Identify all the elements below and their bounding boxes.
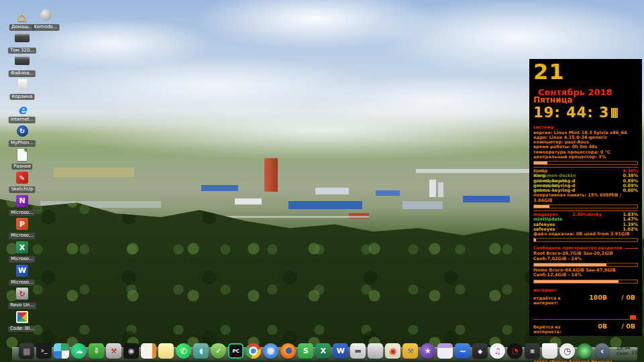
dock-item-whatsapp[interactable]: ✆	[176, 343, 192, 359]
dock-item-pycharm[interactable]: PC	[228, 343, 244, 359]
desktop-icon-myphone[interactable]: ↻MyPhon...	[6, 125, 38, 148]
desktop-icon-drive[interactable]: Том 320...	[6, 33, 38, 56]
dock-item-megasync[interactable]: ☁	[71, 343, 87, 359]
upload-row: отдаётся в интернет: 180B / 0B	[533, 294, 638, 306]
dock-item-blue-wave[interactable]: ~	[455, 343, 471, 359]
teal-media-icon: ◖	[193, 343, 209, 359]
sketchup-icon: ✎	[16, 172, 28, 184]
dock-item-hide-dock[interactable]: ‹	[594, 343, 610, 359]
drive-icon	[15, 56, 30, 65]
process-value: 1.02%	[623, 227, 638, 232]
dock-item-radar[interactable]	[577, 343, 593, 359]
desktop-icon-excel[interactable]: XMicroso...	[6, 241, 38, 264]
process-name: safeeyes	[533, 227, 555, 232]
desktop-icon-ie[interactable]: eInternet...	[6, 102, 38, 125]
root-partition-line: Root Всего-28,7GiB Зан-20,2GiB Своб-7,02…	[533, 251, 638, 261]
shield-key-icon: ✓	[211, 343, 226, 359]
dock-item-gauge[interactable]: ◔	[507, 343, 523, 359]
firefox-icon	[280, 343, 296, 359]
dock-item-clock[interactable]: ◷	[559, 343, 576, 359]
dock-item-desktop-grid[interactable]: ▦	[19, 343, 35, 359]
desktop-icon-label: Разное	[11, 164, 32, 170]
dock-item-screenshot-panel[interactable]	[437, 343, 453, 359]
chromium-icon	[263, 343, 278, 359]
cpu-bar-fill	[534, 162, 547, 164]
dock-item-planner[interactable]	[141, 343, 157, 359]
desktop-icon-label: Microso...	[9, 210, 35, 217]
chrome-icon	[246, 343, 261, 359]
word-icon: W	[333, 343, 348, 359]
dock-item-quad-launcher[interactable]	[54, 343, 70, 359]
dock-item-chromium[interactable]	[263, 343, 279, 359]
dock: ▦>_☁⇩⚒◉✆◖✓PCSXW▬◉⚒★~◆♫◔▣◷‹19:44Сент. 21	[19, 343, 637, 359]
desktop-icon-powerpoint[interactable]: PMicroso...	[6, 218, 38, 241]
dock-item-green-s[interactable]: S	[298, 343, 314, 359]
desktop-icon-file[interactable]: Разное	[6, 149, 38, 172]
dock-item-teal-media[interactable]: ◖	[193, 343, 209, 359]
blue-wave-icon: ~	[455, 343, 470, 359]
upload-graph-spike	[630, 315, 636, 319]
system-info-lines: версия: Linux Mint 18.3 Sylvia x86_64ядр…	[533, 131, 638, 160]
desktop-icon-codeblocks[interactable]: Code::Bl...	[6, 311, 38, 334]
desktop: ⌂Домаш...Komodo...Том 320...Файлов...Кор…	[0, 0, 644, 362]
dock-item-drive-tray[interactable]	[368, 343, 384, 359]
desktop-icon-revo[interactable]: ↻Revo Un...	[6, 288, 38, 310]
dock-item-xnview[interactable]: ◉	[385, 343, 401, 359]
root-bar	[533, 263, 638, 267]
dock-item-firefox[interactable]	[280, 343, 297, 359]
desktop-icon-onenote[interactable]: NMicroso...	[6, 195, 38, 218]
process-mid-value: 2.50%docky	[572, 213, 602, 217]
download-label: берётся из интернета:	[533, 325, 583, 335]
upload-total: / 0B	[607, 294, 635, 301]
dock-item-archive-tool[interactable]: ⚒	[106, 343, 122, 359]
desktop-icon-label: Microso...	[9, 233, 35, 239]
dock-item-recorder[interactable]: ◉	[123, 343, 140, 359]
desktop-icon-label: MyPhon...	[9, 140, 36, 147]
dock-item-printer[interactable]: ▬	[350, 343, 366, 359]
top-cpu-row: gnome-keyring-dmdm0.80%	[533, 188, 638, 193]
terminal-icon: >_	[36, 343, 52, 359]
top-memory-list: megasync2.50%docky1.83%mintUpdate1.47%sa…	[533, 213, 638, 232]
inkscape-icon: ◆	[472, 343, 488, 359]
green-s-icon: S	[298, 343, 313, 359]
desktop-icon-drive2[interactable]: Файлов...	[6, 56, 38, 78]
gauge-icon: ◔	[507, 343, 523, 359]
dock-item-notes[interactable]	[158, 343, 174, 359]
desktop-icon-sketchup[interactable]: ✎SketchUp	[6, 172, 38, 194]
ie-icon: e	[13, 102, 31, 117]
top-cpu-list: Ksnipconky8.30%Xorgcinnamon-deskto0.38%g…	[533, 169, 638, 193]
file-icon	[17, 149, 27, 161]
desktop-grid-icon: ▦	[19, 343, 34, 359]
divider	[533, 210, 638, 211]
desktop-icon-komodo[interactable]: Komodo...	[30, 9, 62, 32]
dock-item-inkscape[interactable]: ◆	[472, 343, 488, 359]
dock-item-trash-cup[interactable]	[542, 343, 558, 359]
dock-item-camera-capture[interactable]: ▣	[525, 343, 541, 359]
disk-header-text: Свободное пространство разделов	[533, 246, 622, 251]
printer-icon: ▬	[350, 343, 366, 359]
dock-item-uget[interactable]: ⇩	[89, 343, 105, 359]
dock-item-shield-key[interactable]: ✓	[211, 343, 227, 359]
dock-item-terminal[interactable]: >_	[36, 343, 52, 359]
dock-item-itunes[interactable]: ♫	[490, 343, 506, 359]
word-icon: W	[16, 265, 28, 277]
dock-item-imovie[interactable]: ★	[420, 343, 436, 359]
myphone-icon: ↻	[17, 125, 28, 137]
desktop-icon-word[interactable]: WMicroso...	[6, 265, 38, 288]
screenshot-panel-icon	[437, 343, 453, 359]
home-partition-line: Home Всего-84,6GiB Зан-67,8GiB Своб-12,4…	[533, 268, 638, 278]
dock-item-word[interactable]: W	[333, 343, 349, 359]
desktop-icon-trash[interactable]: Корзина	[6, 79, 38, 102]
conky-widget: 21Сентябрь 2018 Пятница 19: 44: 3 систем…	[529, 59, 642, 336]
drive-tray-icon	[368, 343, 383, 359]
clock-time-text: 19: 44: 3	[533, 105, 609, 121]
cpu-bar	[533, 161, 638, 165]
dock-item-chrome[interactable]	[246, 343, 262, 359]
excel-icon: X	[315, 343, 331, 359]
desktop-icon-label: Microso...	[9, 256, 35, 263]
dock-item-toolbox[interactable]: ⚒	[402, 343, 419, 359]
ram-bar-fill	[534, 205, 549, 208]
dock-item-excel[interactable]: X	[315, 343, 331, 359]
radar-icon	[577, 343, 592, 359]
itunes-icon: ♫	[490, 343, 505, 359]
